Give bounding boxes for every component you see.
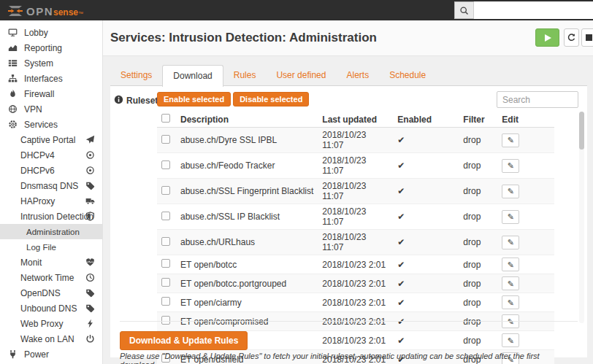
download-tab-panel: Rulesets Enable selected Disable selecte… (110, 85, 587, 357)
tab-download[interactable]: Download (162, 65, 223, 87)
enabled-check-icon: ✔ (397, 279, 405, 289)
table-scrollbar-thumb[interactable] (579, 112, 584, 150)
start-service-button[interactable] (535, 28, 559, 47)
edit-ruleset-button[interactable]: ✎ (502, 185, 519, 198)
row-checkbox[interactable] (161, 212, 170, 220)
tab-settings[interactable]: Settings (110, 65, 162, 85)
sidebar-item-firewall[interactable]: Firewall (0, 86, 102, 101)
sidebar-item-dnsmasq-dns[interactable]: Dnsmasq DNS (0, 178, 102, 193)
sidebar-item-label: DHCPv4 (20, 150, 55, 160)
sidebar-item-opendns[interactable]: OpenDNS (0, 285, 102, 301)
sidebar-item-label: Firewall (24, 89, 54, 99)
ruleset-description: ET open/botcc.portgrouped (176, 274, 318, 293)
pencil-icon: ✎ (508, 187, 514, 195)
sidebar-item-reporting[interactable]: Reporting (0, 40, 102, 55)
ruleset-last-updated: 2018/10/23 11:07 (318, 179, 393, 204)
opnsense-logo[interactable]: OPNsense™ (7, 4, 83, 18)
edit-ruleset-button[interactable]: ✎ (502, 295, 519, 309)
list-icon (7, 58, 18, 68)
edit-ruleset-button[interactable]: ✎ (502, 333, 519, 347)
sidebar-item-captive-portal[interactable]: Captive Portal (0, 132, 102, 147)
page-header: Services: Intrusion Detection: Administr… (103, 20, 593, 56)
column-last-updated: Last updated (318, 112, 393, 128)
ruleset-last-updated: 2018/10/23 11:07 (318, 128, 393, 153)
sidebar-item-vpn[interactable]: VPN (0, 101, 102, 117)
pencil-icon: ✎ (508, 279, 514, 288)
restart-service-button[interactable] (564, 28, 579, 47)
edit-ruleset-button[interactable]: ✎ (502, 257, 519, 271)
row-checkbox[interactable] (161, 259, 170, 268)
sidebar-item-interfaces[interactable]: Interfaces (0, 71, 102, 86)
sidebar-item-network-time[interactable]: Network Time (0, 270, 102, 285)
edit-ruleset-button[interactable]: ✎ (502, 133, 519, 147)
sidebar-item-log-file[interactable]: Log File (0, 239, 102, 255)
sidebar-item-haproxy[interactable]: HAProxy (0, 193, 102, 209)
table-row: ET open/ciarmy 2018/10/23 2:01 ✔ drop ✎ (157, 293, 554, 312)
edit-ruleset-button[interactable]: ✎ (502, 236, 519, 249)
sidebar: Lobby Reporting System Interfaces Firewa… (0, 20, 103, 364)
rulesets-table: Description Last updated Enabled Filter … (157, 112, 554, 364)
tab-alerts[interactable]: Alerts (336, 65, 379, 85)
sidebar-item-dhcpv4[interactable]: DHCPv4 (0, 147, 102, 163)
sidebar-item-label: Web Proxy (20, 319, 63, 329)
global-search-input[interactable] (474, 1, 593, 19)
sidebar-item-label: HAProxy (20, 196, 55, 206)
tab-schedule[interactable]: Schedule (379, 65, 436, 85)
rulesets-search-input[interactable] (497, 91, 578, 108)
sidebar-item-label: Monit (20, 257, 42, 268)
divider (120, 321, 578, 322)
table-scrollbar[interactable] (579, 112, 584, 323)
search-icon (454, 1, 474, 19)
fire-icon (7, 89, 18, 98)
main-content: Services: Intrusion Detection: Administr… (103, 20, 593, 364)
sidebar-item-label: Power (24, 349, 49, 360)
sidebar-item-administration[interactable]: Administration (0, 224, 102, 239)
sidebar-item-label: System (24, 58, 53, 69)
download-update-rules-button[interactable]: Download & Update Rules (120, 331, 248, 350)
ruleset-last-updated: 2018/10/23 2:01 (318, 255, 393, 274)
row-checkbox[interactable] (161, 316, 170, 325)
disable-selected-button[interactable]: Disable selected (233, 92, 309, 107)
row-checkbox[interactable] (161, 278, 170, 287)
sidebar-item-system[interactable]: System (0, 55, 102, 71)
sidebar-item-services[interactable]: Services (0, 117, 102, 132)
sidebar-item-label: VPN (24, 104, 42, 115)
stop-service-button[interactable] (581, 28, 593, 47)
sidebar-item-label: Log File (26, 243, 56, 252)
sidebar-item-web-proxy[interactable]: Web Proxy (0, 316, 102, 331)
select-all-checkbox[interactable] (161, 114, 170, 123)
edit-ruleset-button[interactable]: ✎ (502, 159, 519, 173)
sidebar-item-label: Unbound DNS (20, 303, 77, 314)
ruleset-last-updated: 2018/10/23 11:07 (318, 204, 393, 230)
gear-icon (7, 120, 18, 129)
tab-rules[interactable]: Rules (223, 65, 267, 85)
ruleset-last-updated: 2018/10/23 2:01 (318, 331, 393, 350)
column-description: Description (176, 112, 318, 128)
edit-ruleset-button[interactable]: ✎ (502, 210, 519, 224)
edit-ruleset-button[interactable]: ✎ (502, 276, 519, 290)
enable-selected-button[interactable]: Enable selected (157, 92, 231, 107)
ruleset-filter: drop (459, 293, 497, 312)
tab-user-defined[interactable]: User defined (266, 65, 336, 85)
row-checkbox[interactable] (161, 297, 170, 306)
enabled-check-icon: ✔ (397, 160, 405, 171)
sidebar-item-wake-on-lan[interactable]: Wake on LAN (0, 331, 102, 346)
sidebar-item-unbound-dns[interactable]: Unbound DNS (0, 301, 102, 316)
enabled-check-icon: ✔ (397, 336, 405, 346)
ruleset-filter: drop (459, 153, 497, 179)
sidebar-item-lobby[interactable]: Lobby (0, 25, 102, 40)
row-checkbox[interactable] (161, 160, 170, 169)
page-title: Services: Intrusion Detection: Administr… (110, 31, 377, 45)
row-checkbox[interactable] (161, 237, 170, 246)
row-checkbox[interactable] (161, 135, 170, 144)
sidebar-item-dhcpv6[interactable]: DHCPv6 (0, 163, 102, 178)
sidebar-item-monit[interactable]: Monit (0, 255, 102, 270)
column-filter: Filter (459, 112, 497, 128)
ruleset-description: abuse.ch/Dyre SSL IPBL (176, 128, 318, 153)
row-checkbox[interactable] (161, 186, 170, 195)
sidebar-item-power[interactable]: Power (0, 346, 102, 362)
dot-circle-icon (85, 150, 95, 160)
ruleset-description: abuse.ch/URLhaus (176, 230, 318, 255)
stop-icon (586, 34, 592, 41)
sidebar-item-intrusion-detection[interactable]: Intrusion Detection (0, 209, 102, 224)
